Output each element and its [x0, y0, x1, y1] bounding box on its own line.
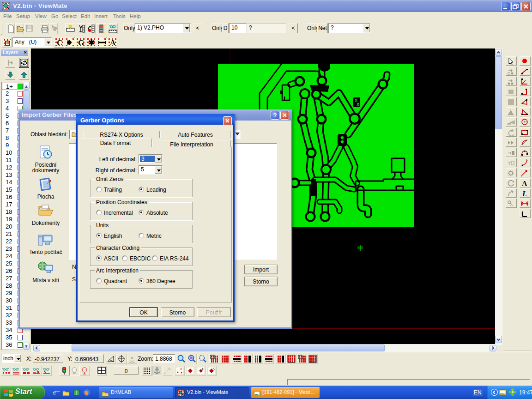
svg-text:C: C [57, 38, 62, 47]
svg-text:L: L [522, 190, 527, 197]
svg-text:A: A [522, 180, 527, 187]
svg-text:A: A [110, 38, 116, 47]
svg-text:?: ? [273, 112, 277, 119]
svg-text:G: G [78, 38, 84, 47]
svg-text:✱: ✱ [88, 38, 95, 47]
svg-text:s: s [202, 367, 204, 370]
svg-text:?: ? [54, 26, 57, 32]
